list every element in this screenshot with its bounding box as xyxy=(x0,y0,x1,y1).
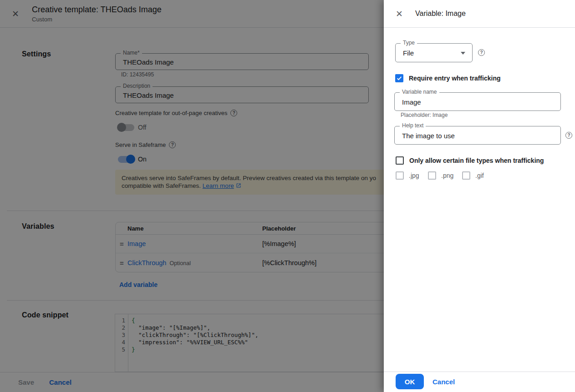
help-text-field-value: The image to use xyxy=(402,131,455,139)
gif-option: .gif xyxy=(462,171,484,180)
png-label: .png xyxy=(441,172,453,179)
panel-footer-divider xyxy=(384,372,575,372)
require-entry-checkbox[interactable] xyxy=(395,74,403,82)
jpg-checkbox[interactable] xyxy=(396,171,404,180)
gif-checkbox[interactable] xyxy=(462,171,470,180)
png-option: .png xyxy=(428,171,453,180)
file-types-row: Only allow certain file types when traff… xyxy=(396,156,544,165)
variable-panel: ✕ Variable: Image Type File ? Require en… xyxy=(384,0,575,392)
panel-title: Variable: Image xyxy=(415,10,466,18)
panel-header: ✕ Variable: Image xyxy=(384,0,575,28)
variable-name-field-label: Variable name xyxy=(400,89,439,95)
require-entry-label: Require entry when trafficking xyxy=(409,75,500,82)
gif-label: .gif xyxy=(475,172,484,179)
type-dropdown-label: Type xyxy=(401,40,417,46)
help-text-field[interactable]: Help text The image to use xyxy=(394,126,561,145)
file-types-label: Only allow certain file types when traff… xyxy=(409,157,544,164)
jpg-label: .jpg xyxy=(409,172,419,179)
file-types-checkbox[interactable] xyxy=(396,156,404,165)
chevron-down-icon xyxy=(461,52,465,55)
type-dropdown-value: File xyxy=(403,49,414,57)
help-text-field-label: Help text xyxy=(400,122,426,129)
panel-close-icon[interactable]: ✕ xyxy=(396,10,403,18)
placeholder-helper-text: Placeholder: Image xyxy=(401,112,448,118)
require-entry-row: Require entry when trafficking xyxy=(395,74,500,82)
type-dropdown[interactable]: Type File xyxy=(395,43,473,62)
help-text-help-icon[interactable]: ? xyxy=(565,132,572,139)
variable-name-field-value: Image xyxy=(402,98,421,106)
ok-button[interactable]: OK xyxy=(396,374,424,389)
png-checkbox[interactable] xyxy=(428,171,436,180)
type-help-icon[interactable]: ? xyxy=(478,49,485,56)
variable-name-field[interactable]: Variable name Image xyxy=(394,92,561,111)
screen: ✕ Creative template: THEOads Image Custo… xyxy=(0,0,575,392)
jpg-option: .jpg xyxy=(396,171,419,180)
panel-cancel-button[interactable]: Cancel xyxy=(433,378,455,386)
